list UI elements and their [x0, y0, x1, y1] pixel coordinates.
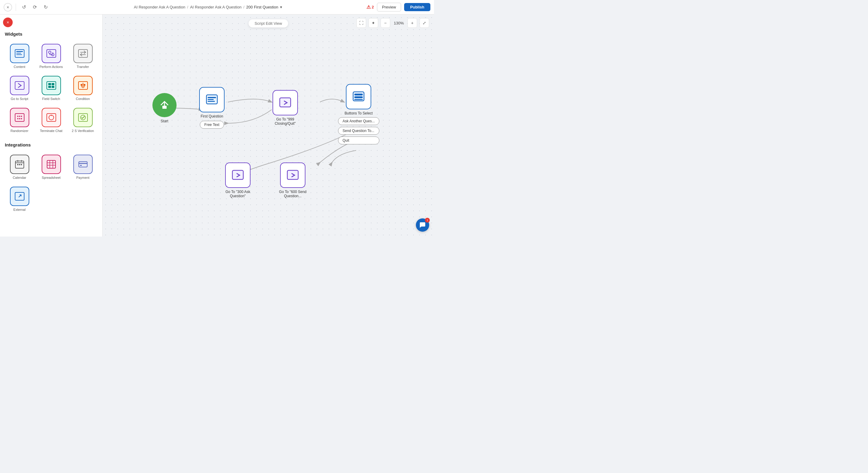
- widget-2s[interactable]: 2 S Verification: [68, 106, 97, 135]
- widget-gotoscript-label: Go to Script: [10, 97, 28, 100]
- node-goto999[interactable]: Go To "999 Closing/Quit": [267, 90, 303, 126]
- widget-transfer[interactable]: Transfer: [68, 41, 97, 71]
- widget-condition[interactable]: Condition: [68, 73, 97, 103]
- payment-icon: [73, 155, 93, 174]
- svg-rect-4: [47, 50, 56, 57]
- svg-point-21: [81, 84, 83, 86]
- svg-rect-53: [208, 97, 216, 98]
- svg-point-29: [21, 118, 22, 119]
- redo-button[interactable]: ↻: [41, 3, 50, 11]
- svg-rect-23: [15, 114, 24, 121]
- widget-content[interactable]: Content: [5, 41, 34, 71]
- breadcrumb-sep1: /: [187, 5, 188, 9]
- svg-point-24: [17, 116, 19, 117]
- goto999-label: Go To "999 Closing/Quit": [267, 117, 303, 126]
- start-node-box: [152, 93, 177, 117]
- goto600-label: Go To "600 Send Question...: [275, 190, 311, 198]
- btn-quit[interactable]: Quit: [338, 137, 379, 144]
- history-controls: ↺ ⟳ ↻: [20, 3, 50, 11]
- widget-payment[interactable]: Payment: [68, 152, 97, 182]
- close-icon: ×: [7, 5, 9, 10]
- widget-external[interactable]: External: [5, 184, 34, 214]
- integrations-title: Integrations: [5, 142, 97, 147]
- goto999-box: [273, 90, 298, 115]
- free-text-pill[interactable]: Free Text: [200, 121, 224, 129]
- chat-badge: 1: [425, 218, 430, 223]
- canvas-toolbar: Script Edit View: [249, 19, 288, 28]
- svg-rect-47: [79, 161, 87, 167]
- svg-rect-61: [232, 170, 243, 179]
- integrations-grid: Calendar Spreadsheet: [5, 152, 97, 214]
- widgets-title: Widgets: [5, 31, 97, 36]
- breadcrumb-part2: AI Responder Ask A Question: [190, 5, 242, 9]
- undo-button[interactable]: ↺: [20, 3, 28, 11]
- transfer-icon: [73, 44, 93, 63]
- first-question-box: [199, 87, 224, 112]
- svg-rect-40: [19, 164, 20, 165]
- svg-rect-59: [354, 96, 363, 98]
- alert-count: 2: [372, 5, 374, 9]
- widget-perform-label: Perform Actions: [39, 65, 63, 68]
- node-first-question[interactable]: First Question Free Text: [199, 87, 224, 129]
- widget-spreadsheet-label: Spreadsheet: [42, 176, 60, 179]
- button-options: Ask Another Ques... Send Question To... …: [338, 117, 379, 144]
- widget-randomizer-label: Randomizer: [10, 129, 28, 132]
- sidebar-close-icon: ×: [7, 20, 9, 25]
- zoom-display: 130%: [393, 21, 405, 25]
- svg-rect-58: [354, 94, 363, 95]
- chat-button[interactable]: 1: [416, 218, 429, 232]
- sidebar-content: Widgets Content: [0, 27, 102, 226]
- history-button[interactable]: ⟳: [30, 3, 39, 11]
- widget-gotoscript[interactable]: Go to Script: [5, 73, 34, 103]
- fit-button[interactable]: ⤢: [420, 18, 429, 28]
- btn-ask-another[interactable]: Ask Another Ques...: [338, 117, 379, 125]
- calendar-icon: [10, 155, 29, 174]
- 2s-icon: [73, 108, 93, 127]
- goto600-box: [280, 162, 305, 188]
- svg-rect-18: [52, 86, 54, 88]
- gotoscript-icon: [10, 76, 29, 95]
- widget-calendar-label: Calendar: [13, 176, 26, 179]
- svg-rect-55: [208, 101, 215, 102]
- svg-rect-30: [47, 114, 56, 121]
- svg-rect-1: [16, 51, 23, 52]
- widget-2s-label: 2 S Verification: [72, 129, 94, 132]
- preview-button[interactable]: Preview: [377, 3, 401, 11]
- fullscreen-button[interactable]: ⛶: [356, 18, 366, 28]
- main-layout: × Widgets Content: [0, 14, 434, 237]
- sidebar-close-button[interactable]: ×: [3, 18, 13, 27]
- zoom-in-button[interactable]: +: [407, 18, 417, 28]
- widget-terminate[interactable]: Terminate Chat: [36, 106, 66, 135]
- svg-rect-56: [280, 98, 291, 107]
- svg-rect-2: [16, 53, 21, 54]
- svg-rect-16: [52, 83, 54, 85]
- fieldswitch-icon: [42, 76, 61, 95]
- widget-randomizer[interactable]: Randomizer: [5, 106, 34, 135]
- goto300-label: Go To "300 Ask Question": [220, 190, 256, 198]
- svg-rect-54: [208, 99, 214, 100]
- canvas[interactable]: Script Edit View ⛶ ✦ − 130% + ⤢: [103, 14, 434, 237]
- close-button[interactable]: ×: [4, 3, 12, 11]
- breadcrumb-chevron[interactable]: ▾: [280, 5, 282, 9]
- node-buttons[interactable]: Buttons To Select Ask Another Ques... Se…: [338, 84, 379, 144]
- widget-calendar[interactable]: Calendar: [5, 152, 34, 182]
- node-goto300[interactable]: Go To "300 Ask Question": [220, 162, 256, 198]
- breadcrumb: AI Responder Ask A Question / AI Respond…: [54, 5, 363, 9]
- widget-fieldswitch[interactable]: Field Switch: [36, 73, 66, 103]
- svg-rect-49: [80, 165, 82, 166]
- widget-spreadsheet[interactable]: Spreadsheet: [36, 152, 66, 182]
- external-icon: [10, 187, 29, 206]
- svg-rect-10: [79, 50, 88, 57]
- publish-button[interactable]: Publish: [404, 3, 430, 11]
- magic-button[interactable]: ✦: [369, 18, 378, 28]
- widget-perform[interactable]: Perform Actions: [36, 41, 66, 71]
- widget-condition-label: Condition: [76, 97, 90, 100]
- widget-fieldswitch-label: Field Switch: [42, 97, 60, 100]
- goto300-box: [225, 162, 250, 188]
- btn-send-question[interactable]: Send Question To...: [338, 127, 379, 135]
- node-goto600[interactable]: Go To "600 Send Question...: [275, 162, 311, 198]
- node-start[interactable]: Start: [152, 93, 177, 123]
- zoom-out-button[interactable]: −: [380, 18, 390, 28]
- widget-payment-label: Payment: [76, 176, 89, 179]
- svg-point-27: [17, 118, 19, 119]
